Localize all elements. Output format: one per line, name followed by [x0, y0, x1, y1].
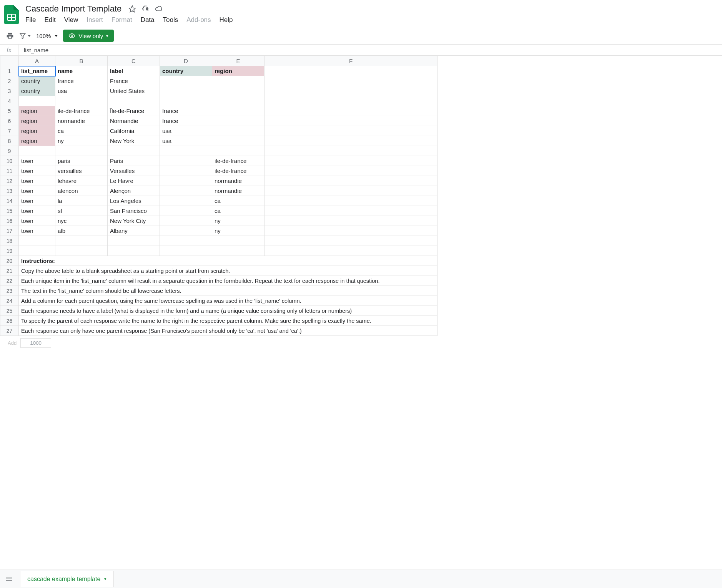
- cell-13D[interactable]: [160, 186, 212, 196]
- cell-4B[interactable]: [55, 96, 108, 106]
- cell-4F[interactable]: [265, 96, 438, 106]
- cell-24A[interactable]: Add a column for each parent question, u…: [19, 296, 438, 306]
- cell-7B[interactable]: ca: [55, 126, 108, 136]
- row-header[interactable]: 26: [0, 316, 19, 326]
- row-header[interactable]: 23: [0, 286, 19, 296]
- row-header[interactable]: 14: [0, 196, 19, 206]
- cell-16A[interactable]: town: [19, 216, 55, 226]
- cell-12B[interactable]: lehavre: [55, 176, 108, 186]
- cell-12F[interactable]: [265, 176, 438, 186]
- filter-icon[interactable]: [19, 32, 31, 39]
- cell-15C[interactable]: San Francisco: [108, 206, 160, 216]
- cell-17E[interactable]: ny: [212, 226, 265, 236]
- cell-11B[interactable]: versailles: [55, 166, 108, 176]
- row-header[interactable]: 9: [0, 146, 19, 156]
- all-sheets-icon[interactable]: [5, 576, 13, 582]
- cell-12D[interactable]: [160, 176, 212, 186]
- cell-10A[interactable]: town: [19, 156, 55, 166]
- col-header-C[interactable]: C: [108, 56, 160, 66]
- row-header[interactable]: 17: [0, 226, 19, 236]
- menu-file[interactable]: File: [25, 16, 36, 24]
- cell-2E[interactable]: [212, 76, 265, 86]
- cell-6B[interactable]: normandie: [55, 116, 108, 126]
- cell-6A[interactable]: region: [19, 116, 55, 126]
- cell-13B[interactable]: alencon: [55, 186, 108, 196]
- cell-19D[interactable]: [160, 246, 212, 256]
- cell-15F[interactable]: [265, 206, 438, 216]
- col-header-D[interactable]: D: [160, 56, 212, 66]
- cell-16E[interactable]: ny: [212, 216, 265, 226]
- col-header-A[interactable]: A: [19, 56, 55, 66]
- cell-4D[interactable]: [160, 96, 212, 106]
- cell-3D[interactable]: [160, 86, 212, 96]
- cell-14E[interactable]: ca: [212, 196, 265, 206]
- row-header[interactable]: 27: [0, 326, 19, 336]
- cell-2A[interactable]: country: [19, 76, 55, 86]
- cell-5F[interactable]: [265, 106, 438, 116]
- menu-insert[interactable]: Insert: [87, 16, 103, 24]
- cell-6F[interactable]: [265, 116, 438, 126]
- doc-title[interactable]: Cascade Import Template: [24, 3, 123, 15]
- cell-21A[interactable]: Copy the above table to a blank spreadsh…: [19, 266, 438, 276]
- row-header[interactable]: 18: [0, 236, 19, 246]
- col-header-F[interactable]: F: [265, 56, 438, 66]
- cell-20A[interactable]: Instructions:: [19, 256, 438, 266]
- row-header[interactable]: 16: [0, 216, 19, 226]
- cell-12C[interactable]: Le Havre: [108, 176, 160, 186]
- cell-5A[interactable]: region: [19, 106, 55, 116]
- cell-10F[interactable]: [265, 156, 438, 166]
- cell-4C[interactable]: [108, 96, 160, 106]
- cell-13A[interactable]: town: [19, 186, 55, 196]
- row-header[interactable]: 8: [0, 136, 19, 146]
- cell-19F[interactable]: [265, 246, 438, 256]
- cell-16B[interactable]: nyc: [55, 216, 108, 226]
- cell-22A[interactable]: Each unique item in the 'list_name' colu…: [19, 276, 438, 286]
- cell-14F[interactable]: [265, 196, 438, 206]
- cell-10B[interactable]: paris: [55, 156, 108, 166]
- sheet-tab-dropdown-icon[interactable]: ▾: [104, 576, 106, 581]
- cell-25A[interactable]: Each response needs to have a label (wha…: [19, 306, 438, 316]
- cell-14C[interactable]: Los Angeles: [108, 196, 160, 206]
- add-rows-button[interactable]: Add: [8, 340, 17, 346]
- cell-13F[interactable]: [265, 186, 438, 196]
- row-header[interactable]: 10: [0, 156, 19, 166]
- cell-9A[interactable]: [19, 146, 55, 156]
- cell-15A[interactable]: town: [19, 206, 55, 216]
- select-all-cell[interactable]: [0, 56, 19, 66]
- cell-1F[interactable]: [265, 66, 438, 76]
- cell-7F[interactable]: [265, 126, 438, 136]
- cell-3C[interactable]: United States: [108, 86, 160, 96]
- cell-2D[interactable]: [160, 76, 212, 86]
- cell-3A[interactable]: country: [19, 86, 55, 96]
- zoom-dropdown[interactable]: 100%: [36, 33, 58, 39]
- cell-26A[interactable]: To specify the parent of each response w…: [19, 316, 438, 326]
- cell-5D[interactable]: france: [160, 106, 212, 116]
- cell-7D[interactable]: usa: [160, 126, 212, 136]
- col-header-E[interactable]: E: [212, 56, 265, 66]
- cell-4E[interactable]: [212, 96, 265, 106]
- row-header[interactable]: 6: [0, 116, 19, 126]
- cell-2F[interactable]: [265, 76, 438, 86]
- menu-format[interactable]: Format: [111, 16, 132, 24]
- cell-13C[interactable]: Alençon: [108, 186, 160, 196]
- cell-5C[interactable]: Île-de-France: [108, 106, 160, 116]
- cell-14A[interactable]: town: [19, 196, 55, 206]
- cell-9E[interactable]: [212, 146, 265, 156]
- cell-6C[interactable]: Normandie: [108, 116, 160, 126]
- cell-12A[interactable]: town: [19, 176, 55, 186]
- cell-14D[interactable]: [160, 196, 212, 206]
- cell-18E[interactable]: [212, 236, 265, 246]
- cell-7A[interactable]: region: [19, 126, 55, 136]
- row-header[interactable]: 1: [0, 66, 19, 76]
- row-header[interactable]: 15: [0, 206, 19, 216]
- row-header[interactable]: 2: [0, 76, 19, 86]
- row-header[interactable]: 20: [0, 256, 19, 266]
- row-header[interactable]: 19: [0, 246, 19, 256]
- cell-15D[interactable]: [160, 206, 212, 216]
- menu-edit[interactable]: Edit: [44, 16, 55, 24]
- menu-data[interactable]: Data: [141, 16, 155, 24]
- star-icon[interactable]: [128, 5, 136, 13]
- cell-18B[interactable]: [55, 236, 108, 246]
- cell-9C[interactable]: [108, 146, 160, 156]
- cell-2C[interactable]: France: [108, 76, 160, 86]
